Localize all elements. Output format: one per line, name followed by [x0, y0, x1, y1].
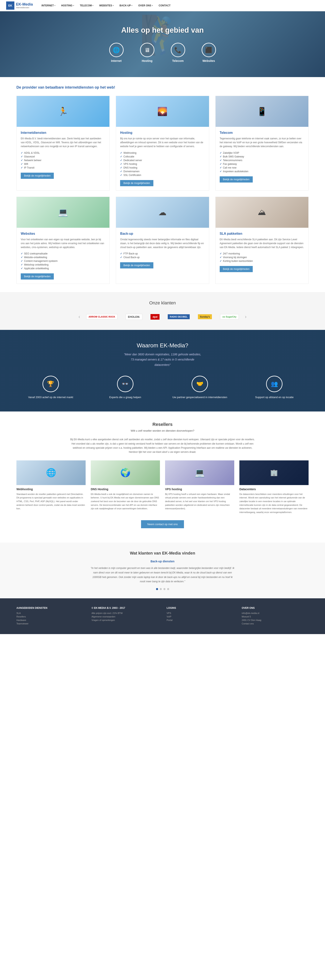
logo-sugar: oo SugarCity [220, 314, 239, 320]
nav-telecom[interactable]: TELECOM ▾ [78, 2, 96, 9]
logo[interactable]: EK EK-Media Internetdiensten [6, 2, 33, 10]
waarom-icon-3: 👥 [266, 376, 282, 392]
footer-link-portal[interactable]: Portal [167, 619, 234, 621]
footer-link-email[interactable]: info@ek-media.nl [242, 612, 309, 614]
reseller-card-title: Webhosting [16, 488, 86, 491]
reseller-image-webhosting: 🌐 [16, 460, 86, 485]
card-body: Hosting Bij ons kun je ruimte op onze se… [116, 127, 209, 190]
logo-eholem: EHOLEM. [126, 314, 142, 320]
dot-4[interactable] [167, 588, 169, 590]
nav-websites[interactable]: WEBSITES ▾ [97, 2, 116, 9]
reseller-image-dns: 🌍 [91, 460, 160, 485]
card-image-backup: ☁ [116, 197, 209, 228]
reseller-dns: 🌍 DNS Hosting EK-Media biedt u ook de mo… [91, 460, 160, 514]
waarom-item-0: 🏆 Vanaf 2003 actief op de internet markt [16, 376, 85, 399]
logo-text: EK-Media Internetdiensten [16, 2, 33, 9]
footer-col-title: © EK-MEDIA B.V. 2003 - 2017 [92, 606, 159, 609]
list-item: Webshop ontwikkeling [21, 263, 105, 267]
reseller-vps: 💻 VPS hosting Bij VPS hosting heeft u vi… [165, 460, 234, 514]
list-item: VPS hosting [120, 162, 205, 166]
footer-address-city: 2491 CV Den Haag [242, 619, 309, 621]
dot-2[interactable] [160, 588, 162, 590]
internet-icon: 🌐 [109, 43, 124, 57]
logo-dpd: dpd [151, 314, 160, 320]
hero-icon-label: Websites [203, 59, 215, 62]
waarom-icon-0: 🏆 [43, 376, 59, 392]
hero-section: 🧗 Alles op het gebied van 🌐 Internet 🖥 H… [0, 11, 325, 77]
nav-hosting[interactable]: HOSTING ▾ [59, 2, 76, 9]
nav-over-ons[interactable]: OVER ONS ▾ [136, 2, 155, 9]
carousel-prev-button[interactable]: ‹ [76, 312, 82, 322]
dot-1[interactable] [156, 588, 158, 590]
testimonial-category: Back-up diensten [16, 560, 309, 563]
card-image-sla: ⛰ [216, 197, 308, 228]
chevron-down-icon: ▾ [92, 5, 94, 6]
card-cta-button[interactable]: Bekijk de mogelijkheden [120, 262, 153, 269]
footer-col-title: LOGINS [167, 606, 234, 609]
reseller-card-title: VPS hosting [165, 488, 234, 491]
contact-button[interactable]: Neem contact op met ons [141, 520, 184, 528]
hosting-icon: 🖥 [140, 43, 154, 57]
telecom-icon: 📞 [171, 43, 185, 57]
contact-btn-wrap: Neem contact op met ons [16, 520, 309, 528]
dot-3[interactable] [163, 588, 165, 590]
footer-link-teamviewer[interactable]: Teamviewer [16, 622, 83, 625]
resellers-grid: 🌐 Webhosting Standaard worden de reselle… [16, 460, 309, 514]
card-cta-button[interactable]: Bekijk de mogelijkheden [220, 266, 253, 272]
card-body: Telecom Tegenwoordig gaan telefonie en i… [216, 127, 308, 187]
footer-link-contact-ons[interactable]: Contact ons [242, 622, 309, 625]
footer-text-btw: Alle prijzen zijn excl. 21% BTW [92, 612, 159, 614]
card-text: Omdat tegenwoordig steeds meer belangrij… [120, 238, 205, 250]
nav-backup[interactable]: BACK-UP ▾ [117, 2, 135, 9]
card-body: Websites Voor het ontwikkelen van een ei… [17, 228, 109, 284]
nav-internet[interactable]: INTERNET ▾ [39, 2, 58, 9]
hero-icon-label: Internet [111, 59, 122, 62]
hero-icon-telecom: 📞 Telecom [171, 43, 185, 62]
waarom-label-2: Uw partner gespecialiseerd in internetdi… [172, 395, 227, 399]
list-item: SEO zoekopmalisatie [21, 252, 105, 256]
list-item: Collocatie [120, 155, 205, 159]
card-cta-button[interactable]: Bekijk de mogelijkheden [220, 177, 253, 183]
footer-link-vragen[interactable]: Vragen of opmerkingen [92, 619, 159, 621]
waarom-subtitle: "Meer dan 3600 domein registraties, 1186… [16, 352, 309, 368]
footer-link-voip[interactable]: VoIP [167, 616, 234, 618]
list-item: Domeinnamen [120, 170, 205, 173]
list-item: Website-ontwikkeling [21, 256, 105, 259]
nav-contact[interactable]: CONTACT [156, 2, 173, 9]
list-item: Glasvezel [21, 155, 105, 159]
card-cta-button[interactable]: Bekijk de mogelijkheden [21, 274, 54, 280]
carousel-next-button[interactable]: › [243, 312, 249, 322]
card-cta-button[interactable]: Bekijk de mogelijkheden [120, 180, 153, 186]
list-item: Call me now [220, 166, 304, 170]
footer-col-title: AANGEBODEN DIENSTEN [16, 606, 83, 609]
card-title: SLA pakketten [220, 232, 304, 235]
navbar: EK EK-Media Internetdiensten INTERNET ▾ … [0, 0, 325, 11]
reseller-card-text: EK-Media biedt u ook de mogelijkheid om … [91, 492, 160, 511]
hero-icon-hosting: 🖥 Hosting [140, 43, 154, 62]
card-body: Internetdiensten EK-Media B.V. biedt int… [17, 127, 109, 183]
card-list: Zakelijke VOIP Bulk SMS Gateway Telecomn… [220, 151, 304, 173]
waarom-label-3: Support op afstand en op locatie [255, 395, 293, 399]
footer-link-vps[interactable]: VPS [167, 612, 234, 614]
card-image-internet: 🏃 [17, 96, 109, 127]
footer-link-resellers[interactable]: Resellers [16, 616, 83, 618]
card-internetdiensten: 🏃 Internetdiensten EK-Media B.V. biedt i… [16, 96, 109, 191]
klanten-section: Onze klanten ‹ ARROW CLASSIC ROCK EHOLEM… [0, 292, 325, 330]
card-image-telecom: 📱 [216, 96, 308, 127]
card-list: ADSL & VDSL Glasvezel Netwerk beheer Wif… [21, 151, 105, 170]
footer-link-voorwaarden[interactable]: Algemene voorwaarden [92, 616, 159, 618]
hero-icons: 🌐 Internet 🖥 Hosting 📞 Telecom ⬛ Website… [109, 43, 216, 62]
footer-link-sla[interactable]: SLA [16, 612, 83, 614]
list-item: Dedicated server [120, 159, 205, 162]
card-cta-button[interactable]: Bekijk de mogelijkheden [21, 173, 54, 179]
footer-link-hardware[interactable]: Hardware [16, 619, 83, 621]
chevron-down-icon: ▾ [152, 5, 153, 6]
resellers-text: Bij EK-Media kunt u elke aangeboden dien… [70, 438, 255, 454]
list-item: FTP Back-up [120, 252, 205, 256]
resellers-subtitle: Wilt u zelf reseller worden en diensten … [16, 429, 309, 432]
hero-icon-label: Telecom [172, 59, 184, 62]
footer-col-diensten: AANGEBODEN DIENSTEN SLA Resellers Hardwa… [16, 606, 83, 626]
waarom-item-3: 👥 Support op afstand en op locatie [240, 376, 309, 399]
list-item: Cloud Back-up [120, 256, 205, 259]
reseller-card-text: Standaard worden de reseller pakketten g… [16, 492, 86, 511]
